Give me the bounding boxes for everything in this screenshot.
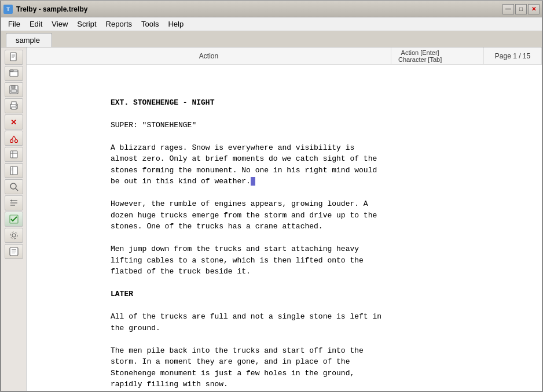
svg-marker-30 — [10, 199, 12, 202]
menu-bar: File Edit View Script Reports Tools Help — [1, 17, 542, 31]
main-window: T Trelby - sample.trelby — □ ✕ File Edit… — [0, 0, 543, 392]
super-line: SUPER: "STONEHENGE" — [111, 121, 196, 130]
app-icon: T — [3, 5, 13, 14]
left-toolbar: ✕ — [1, 47, 27, 391]
scissors-button[interactable] — [5, 131, 23, 146]
svg-rect-21 — [10, 167, 17, 175]
svg-point-25 — [10, 183, 16, 189]
menu-edit[interactable]: Edit — [25, 19, 47, 29]
action-para-4: All of the trucks are full and not a sin… — [111, 312, 381, 332]
svg-rect-12 — [12, 107, 16, 109]
action-para-2: However, the rumble of engines appears, … — [111, 199, 377, 231]
print-button[interactable] — [5, 98, 23, 113]
svg-line-16 — [12, 136, 14, 140]
script-container[interactable]: EXT. STONEHENGE - NIGHT SUPER: "STONEHEN… — [27, 65, 542, 391]
svg-rect-9 — [11, 90, 17, 93]
tab-sample[interactable]: sample — [6, 33, 52, 47]
page-info: Page 1 / 15 — [484, 47, 542, 64]
action-label: Action — [27, 47, 391, 64]
script-page: EXT. STONEHENGE - NIGHT SUPER: "STONEHEN… — [99, 74, 469, 391]
new-doc-button[interactable] — [5, 50, 23, 65]
svg-line-17 — [14, 136, 16, 140]
svg-line-26 — [16, 188, 18, 191]
window-controls: — □ ✕ — [502, 4, 540, 14]
minimize-button[interactable]: — — [502, 4, 514, 14]
info-bar: Action Action [Enter] Character [Tab] Pa… — [27, 47, 542, 65]
svg-rect-8 — [12, 86, 15, 88]
book-button[interactable] — [5, 163, 23, 178]
title-bar: T Trelby - sample.trelby — □ ✕ — [1, 1, 542, 17]
action-para-3: Men jump down from the trucks and start … — [111, 245, 364, 276]
svg-point-33 — [10, 232, 17, 239]
scene-heading-1: EXT. STONEHENGE - NIGHT — [111, 98, 214, 107]
tab-bar: sample — [1, 31, 542, 47]
menu-view[interactable]: View — [47, 19, 72, 29]
window-title: Trelby - sample.trelby — [16, 5, 502, 13]
svg-point-32 — [12, 234, 16, 237]
maximize-button[interactable]: □ — [515, 4, 527, 14]
action-details: Action [Enter] Character [Tab] — [391, 47, 484, 64]
svg-rect-35 — [12, 249, 16, 250]
menu-reports[interactable]: Reports — [101, 19, 137, 29]
main-content: Action Action [Enter] Character [Tab] Pa… — [27, 47, 542, 391]
delete-button[interactable]: ✕ — [5, 114, 23, 130]
svg-rect-18 — [10, 151, 17, 158]
svg-point-13 — [16, 105, 17, 106]
list-button[interactable] — [5, 195, 23, 210]
menu-tools[interactable]: Tools — [137, 19, 163, 29]
content-area: ✕ — [1, 47, 542, 391]
search-button[interactable] — [5, 179, 23, 194]
script-body[interactable]: EXT. STONEHENGE - NIGHT SUPER: "STONEHEN… — [111, 86, 458, 391]
svg-rect-0 — [10, 53, 16, 61]
open-doc-button[interactable] — [5, 66, 23, 81]
nav-button[interactable] — [5, 147, 23, 162]
svg-rect-11 — [12, 102, 16, 105]
scene-heading-later: LATER — [111, 290, 133, 298]
svg-rect-36 — [12, 252, 16, 252]
svg-point-15 — [14, 140, 17, 143]
close-button[interactable]: ✕ — [528, 4, 540, 14]
action-para-1: A blizzard rages. Snow is everywhere and… — [111, 143, 377, 186]
checklist-button[interactable] — [5, 212, 23, 227]
action-para-5: The men pile back into the trucks and st… — [111, 346, 364, 389]
menu-help[interactable]: Help — [163, 19, 188, 29]
menu-file[interactable]: File — [3, 19, 25, 29]
settings-button[interactable] — [5, 228, 23, 243]
svg-point-14 — [10, 140, 13, 143]
svg-rect-37 — [12, 253, 15, 253]
info-button[interactable] — [5, 244, 23, 259]
save-doc-button[interactable] — [5, 82, 23, 97]
menu-script[interactable]: Script — [72, 19, 101, 29]
